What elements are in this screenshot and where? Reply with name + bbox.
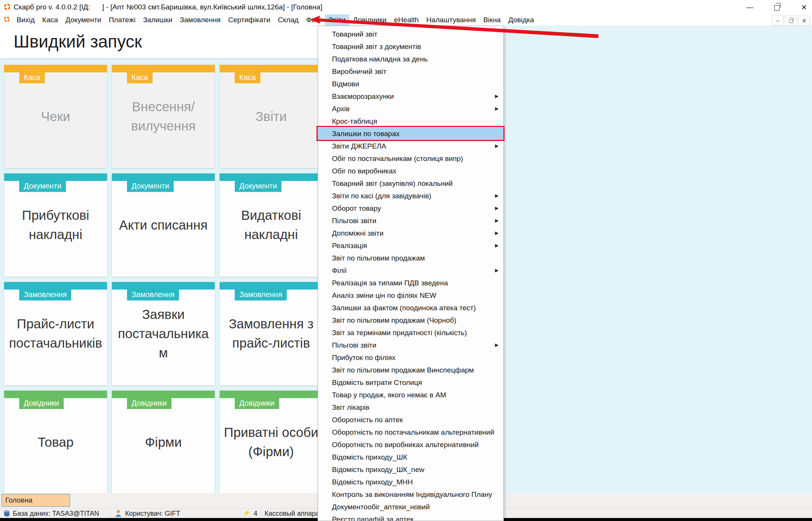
dropdown-item-31[interactable]: Оборотність по аптек [318,414,503,426]
minimize-button[interactable]: — [741,0,758,14]
dropdown-item-25[interactable]: Пільгові звіти▶ [318,339,503,351]
menubar-item-9[interactable]: Звіти [325,14,349,26]
submenu-arrow-icon: ▶ [495,264,499,277]
mdi-minimize-button[interactable]: – [772,15,784,26]
menubar-item-label: Склад [278,16,298,24]
dropdown-item-21[interactable]: Аналіз зміни цін по філіях NEW [318,289,503,302]
tile-category-badge: Замовлення [19,290,71,300]
dropdown-item-2[interactable]: Податкова накладна за день [318,53,503,65]
tile-label: Приватні особи (Фірми) [223,423,320,461]
tile-2[interactable]: КасаЗвіти [220,65,323,168]
dropdown-item-14[interactable]: Оборот товару▶ [318,202,503,215]
tile-4[interactable]: ДокументиАкти списання [112,173,215,277]
dropdown-item-28[interactable]: Відомість витрати Столиця [318,376,503,389]
dropdown-item-7[interactable]: Крос-таблиця [318,115,503,127]
dropdown-item-6[interactable]: Архів▶ [318,103,503,115]
dropdown-item-label: Звіт за термінами придатності (кількість… [332,329,467,337]
menubar-item-13[interactable]: Вікна [480,14,505,26]
tile-category-badge: Довідники [127,398,171,409]
dropdown-item-label: Відмови [332,80,359,88]
tile-8[interactable]: ЗамовленняЗамовлення з прайс-листів [220,282,323,385]
tile-11[interactable]: ДовідникиПриватні особи (Фірми) [220,391,323,494]
tile-color-bar [220,391,323,398]
menubar-item-3[interactable]: Платежі [105,14,139,26]
tile-10[interactable]: ДовідникиФірми [112,391,215,494]
menubar-item-12[interactable]: Налаштування [422,14,479,26]
menubar-item-2[interactable]: Документи [62,14,105,26]
dropdown-item-16[interactable]: Допоміжні звіти▶ [318,227,503,239]
dropdown-item-1[interactable]: Товарний звіт з документів [318,40,503,53]
tile-color-bar [112,391,215,398]
close-button[interactable]: ✕ [795,0,812,14]
dropdown-item-37[interactable]: Контроль за виконанням Індивідуального П… [318,488,503,501]
dropdown-item-35[interactable]: Відомість приходу_ШК_new [318,463,503,476]
dropdown-item-label: Товар у продаж, якого немає в АМ [332,391,446,399]
dropdown-item-0[interactable]: Товарний звіт [318,28,503,40]
menubar-item-label: Довідники [353,16,387,24]
tile-label: Акти списання [115,216,212,235]
tile-5[interactable]: ДокументиВидаткові накладні [220,173,323,277]
dropdown-item-19[interactable]: Філії▶ [318,264,503,277]
dropdown-item-34[interactable]: Відомість приходу_ШК [318,451,503,463]
menubar-item-0[interactable]: Вихід [13,14,38,26]
submenu-arrow-icon: ▶ [495,90,499,103]
dropdown-item-label: Пільгові звіти [332,217,376,225]
mdi-restore-button[interactable] [785,15,797,26]
minimize-icon: — [746,3,754,11]
tile-9[interactable]: ДовідникиТовар [4,391,107,494]
dropdown-item-8[interactable]: Залишки по товарах [318,127,503,140]
dropdown-item-13[interactable]: Звіти по касі (для завідувачів)▶ [318,190,503,202]
submenu-arrow-icon: ▶ [495,227,499,239]
dropdown-item-39[interactable]: Реєстр парафій за аптек [318,513,503,521]
dropdown-item-24[interactable]: Звіт за термінами придатності (кількість… [318,326,503,339]
dropdown-item-11[interactable]: Обіг по виробниках [318,165,503,177]
menubar-item-label: Замовлення [180,16,220,24]
mdi-close-button[interactable]: ✕ [798,15,810,26]
dropdown-item-9[interactable]: Звіти ДЖЕРЕЛА▶ [318,140,503,152]
dropdown-item-30[interactable]: Звіт лікарів [318,401,503,414]
dropdown-item-label: Податкова накладна за день [332,55,428,63]
dropdown-item-12[interactable]: Товарний звіт (закупівля) локальний [318,177,503,190]
tile-category-badge: Каса [19,72,45,83]
dropdown-item-23[interactable]: Звіт по пільговим продажам (Чорноб) [318,314,503,326]
dropdown-item-5[interactable]: Взаєморозрахунки▶ [318,90,503,103]
dropdown-item-label: Реалізація [332,242,367,250]
tile-6[interactable]: ЗамовленняПрайс-листи постачальників [4,282,107,385]
menubar-item-6[interactable]: Сертифікати [225,14,274,26]
tile-1[interactable]: КасаВнесення/вилучення [112,65,215,168]
menubar-item-4[interactable]: Залишки [139,14,176,26]
menubar-item-11[interactable]: eHealth [390,14,423,26]
menubar-item-label: Звіти [329,16,346,24]
restore-button[interactable] [768,0,786,14]
tile-category-badge: Довідники [235,398,279,409]
dropdown-item-4[interactable]: Відмови [318,78,503,90]
tab-main[interactable]: Головна [2,494,70,507]
dropdown-item-20[interactable]: Реалізація за типами ПДВ зведена [318,277,503,289]
menubar-item-label: Вікна [483,16,501,24]
dropdown-item-36[interactable]: Відомість приходу_МНН [318,476,503,488]
tile-7[interactable]: ЗамовленняЗаявки постачальникам [112,282,215,385]
menubar-item-14[interactable]: Довідка [505,14,538,26]
dropdown-item-26[interactable]: Прибуток по філіях [318,351,503,364]
dropdown-item-17[interactable]: Реалізація▶ [318,239,503,252]
dropdown-item-27[interactable]: Звіт по пільговим продажам Винспецфарм [318,364,503,376]
menubar-item-7[interactable]: Склад [274,14,302,26]
tile-category-badge: Документи [19,181,66,192]
dropdown-item-15[interactable]: Пільгові звіти▶ [318,215,503,227]
menubar-item-1[interactable]: Каса [38,14,62,26]
dropdown-item-label: Оборотність по аптек [332,416,403,424]
dropdown-item-18[interactable]: Звіт по пільговим продажам [318,252,503,264]
menubar-item-8[interactable]: Філії [302,14,324,26]
dropdown-item-29[interactable]: Товар у продаж, якого немає в АМ [318,389,503,401]
dropdown-item-3[interactable]: Виробничий звіт [318,65,503,78]
tile-3[interactable]: ДокументиПрибуткові накладні [4,173,107,277]
menubar-item-5[interactable]: Замовлення [176,14,224,26]
menubar-item-10[interactable]: Довідники [349,14,390,26]
dropdown-item-38[interactable]: Документообіг_аптеки_новий [318,501,503,513]
dropdown-item-32[interactable]: Оборотність по постачальникам альтернати… [318,426,503,438]
dropdown-item-33[interactable]: Оборотність по виробниках альтернативний [318,438,503,451]
tile-label: Внесення/вилучення [115,97,212,136]
dropdown-item-10[interactable]: Обіг по постачальникам (столиця випр) [318,152,503,165]
tile-0[interactable]: КасаЧеки [4,65,107,168]
dropdown-item-22[interactable]: Залишки за фактом (поодинока атека тест) [318,302,503,314]
